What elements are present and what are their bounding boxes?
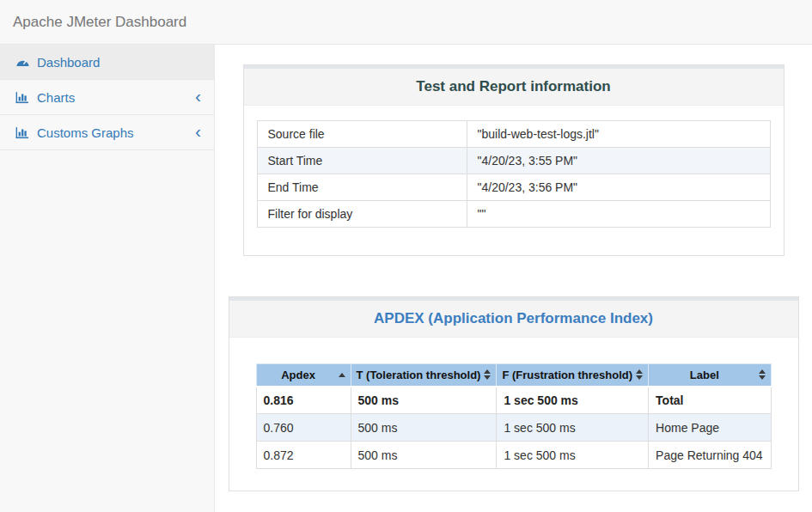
label-value: Home Page — [649, 414, 771, 442]
bar-chart-icon — [15, 126, 30, 139]
sidebar-item-customs-graphs[interactable]: Customs Graphs ‹ — [0, 115, 214, 150]
apdex-panel: APDEX (Application Performance Index) Ap… — [229, 296, 799, 491]
toleration-value: 500 ms — [351, 387, 497, 414]
panel-title: APDEX (Application Performance Index) — [374, 310, 653, 327]
app-title: Apache JMeter Dashboard — [13, 14, 186, 31]
label-value: Page Returning 404 — [649, 442, 771, 469]
table-row: 0.816 500 ms 1 sec 500 ms Total — [256, 387, 771, 414]
chevron-left-icon[interactable]: ‹ — [195, 122, 201, 140]
tachometer-icon — [15, 56, 30, 69]
main-content: Test and Report information Source file … — [215, 45, 812, 512]
topbar: Apache JMeter Dashboard — [0, 0, 812, 45]
apdex-value: 0.816 — [256, 387, 351, 414]
column-header-toleration[interactable]: T (Toleration threshold) — [351, 364, 497, 387]
frustration-value: 1 sec 500 ms — [497, 442, 649, 469]
sidebar-item-charts[interactable]: Charts ‹ — [0, 80, 214, 115]
apdex-table: Apdex T (Toleration threshold) — [256, 363, 772, 469]
info-row-value: "" — [467, 201, 770, 228]
sort-asc-icon — [339, 373, 345, 377]
panel-heading: Test and Report information — [244, 69, 784, 106]
info-row-name: Filter for display — [257, 201, 467, 228]
sort-both-icon — [636, 369, 643, 380]
test-report-info-panel: Test and Report information Source file … — [243, 64, 785, 256]
panel-body: Apdex T (Toleration threshold) — [229, 338, 798, 491]
info-row-name: End Time — [257, 174, 467, 201]
table-row: Source file "build-web-test-logs.jtl" — [257, 121, 770, 148]
sidebar-item-label: Customs Graphs — [37, 125, 134, 140]
panel-body: Source file "build-web-test-logs.jtl" St… — [244, 106, 784, 255]
page-layout: Dashboard Charts ‹ — [0, 45, 812, 512]
table-row: 0.872 500 ms 1 sec 500 ms Page Returning… — [256, 442, 771, 469]
panel-heading: APDEX (Application Performance Index) — [229, 301, 798, 338]
column-header-apdex[interactable]: Apdex — [256, 364, 351, 387]
sidebar-item-dashboard[interactable]: Dashboard — [0, 45, 214, 80]
info-row-value: "4/20/23, 3:55 PM" — [467, 148, 770, 174]
info-row-name: Start Time — [257, 148, 467, 174]
frustration-value: 1 sec 500 ms — [497, 387, 649, 414]
info-row-value: "build-web-test-logs.jtl" — [467, 121, 770, 148]
label-value: Total — [649, 387, 771, 414]
panel-title: Test and Report information — [416, 78, 610, 95]
sort-both-icon — [759, 369, 766, 380]
column-header-frustration[interactable]: F (Frustration threshold) — [497, 364, 649, 387]
apdex-value: 0.760 — [256, 414, 351, 442]
sidebar: Dashboard Charts ‹ — [0, 45, 215, 512]
info-row-value: "4/20/23, 3:56 PM" — [467, 174, 770, 201]
apdex-header-row: Apdex T (Toleration threshold) — [256, 364, 771, 387]
info-row-name: Source file — [257, 121, 467, 148]
column-header-label[interactable]: Label — [649, 364, 771, 387]
apdex-value: 0.872 — [256, 442, 351, 469]
table-row: Start Time "4/20/23, 3:55 PM" — [257, 148, 770, 174]
test-report-info-table: Source file "build-web-test-logs.jtl" St… — [257, 120, 771, 228]
toleration-value: 500 ms — [351, 442, 497, 469]
chevron-left-icon[interactable]: ‹ — [195, 87, 201, 105]
table-row: 0.760 500 ms 1 sec 500 ms Home Page — [256, 414, 771, 442]
sort-both-icon — [484, 369, 491, 380]
table-row: Filter for display "" — [257, 201, 770, 228]
bar-chart-icon — [15, 91, 30, 104]
sidebar-item-label: Charts — [37, 90, 75, 105]
frustration-value: 1 sec 500 ms — [497, 414, 649, 442]
toleration-value: 500 ms — [351, 414, 497, 442]
sidebar-item-label: Dashboard — [37, 55, 100, 70]
table-row: End Time "4/20/23, 3:56 PM" — [257, 174, 770, 201]
